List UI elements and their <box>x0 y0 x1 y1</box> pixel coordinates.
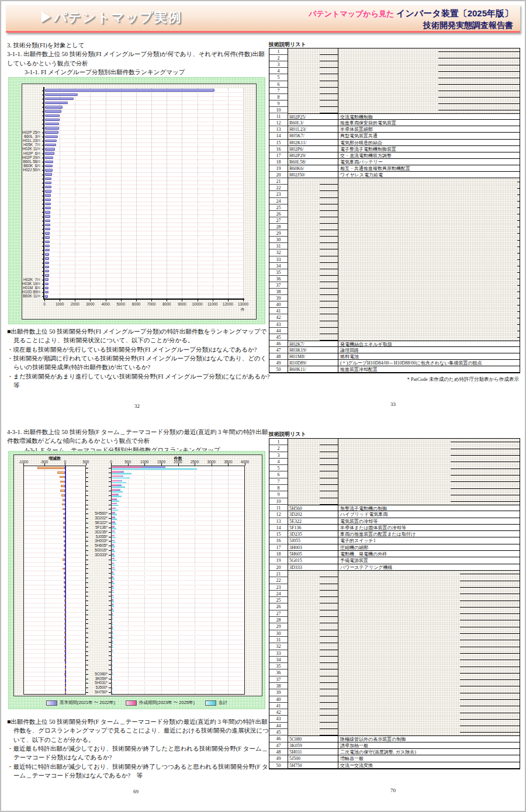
category-label: H05K 7/= <box>22 143 40 147</box>
description-cell <box>338 100 520 107</box>
legend-item: 基準期間(2021年 〜 2022年) <box>46 700 115 706</box>
gridline-row <box>24 672 85 672</box>
code-cell: 5J500 <box>288 755 338 762</box>
gridline-row <box>24 571 85 571</box>
gridline-row <box>24 585 85 585</box>
category-label: H10D 89/= <box>22 290 40 294</box>
gridline-row <box>24 608 85 608</box>
row-number: 35 <box>269 269 288 276</box>
code-cell <box>288 301 338 308</box>
row-number: 29 <box>269 230 288 237</box>
gridline-row <box>45 134 243 135</box>
row-number: 46 <box>269 341 288 347</box>
description-cell <box>338 584 520 591</box>
change-bar <box>60 490 65 492</box>
gridline-row <box>112 493 244 494</box>
y-axis-tick <box>109 596 111 596</box>
gridline-row <box>112 562 244 563</box>
y-axis-tick <box>109 587 111 588</box>
table-row: 20H02J50/ワイヤレス電力給電 <box>269 172 520 178</box>
x-axis-tick <box>90 300 91 301</box>
change-bar <box>64 631 65 634</box>
y-axis-tick <box>86 582 88 583</box>
table-row: 18B60L58/電気車両バッテリー <box>269 159 520 165</box>
gridline-row <box>24 507 85 508</box>
code-cell <box>288 459 338 465</box>
code-cell <box>288 256 338 263</box>
y-axis-tick <box>109 486 111 487</box>
total-bar <box>112 674 113 676</box>
y-axis-tick <box>109 491 111 491</box>
description-cell: (＊)グループH10D84/00～H10D88/00に包含されない集積装置の観点 <box>338 360 520 366</box>
gridline-row <box>112 662 244 663</box>
description-cell <box>338 676 520 683</box>
row-number: 15 <box>269 531 288 537</box>
total-bar <box>112 532 116 534</box>
change-bar <box>63 508 65 511</box>
code-cell <box>288 100 338 107</box>
table-row: 44 <box>269 328 520 334</box>
y-axis-tick <box>109 568 111 569</box>
gridline-row <box>112 507 244 508</box>
total-bar <box>112 628 113 630</box>
row-number: 48 <box>269 353 288 360</box>
bar <box>45 161 53 163</box>
gridline-row <box>45 197 243 198</box>
gridline-row <box>24 530 85 530</box>
category-label: H02P 29/= <box>22 155 40 159</box>
code-cell <box>288 439 338 445</box>
table-row: 123D202ハイブリッド電気車両 <box>269 511 520 518</box>
table-row: 12B60L3/推進車両保安目的電気装置 <box>269 120 520 126</box>
y-axis-tick <box>109 610 111 610</box>
total-bar <box>112 692 113 694</box>
row-number: 18 <box>269 551 288 557</box>
code-cell <box>288 269 338 276</box>
code-cell: H02P25/ <box>288 113 338 120</box>
gridline-row <box>24 649 85 650</box>
change-bar <box>63 536 65 538</box>
bar <box>45 228 50 230</box>
total-bar <box>112 550 115 552</box>
row-number: 24 <box>269 198 288 204</box>
description-cell: ハイブリッド電気車両 <box>338 511 520 518</box>
y-axis-tick <box>86 628 88 629</box>
y-axis-tick <box>109 532 111 533</box>
row-number: 41 <box>269 703 288 709</box>
table-row: 4 <box>269 459 520 465</box>
table-row: 3 <box>269 61 520 68</box>
gridline-row <box>24 535 85 535</box>
analysis-line: ・まだ技術開発があまり進行していない技術開発分野(FI メイングループ分類)にな… <box>7 372 270 390</box>
gridline-row <box>45 117 243 118</box>
code-cell <box>288 485 338 491</box>
table-row: 23 <box>269 191 520 197</box>
row-number: 12 <box>269 120 288 126</box>
y-axis-tick <box>86 587 88 588</box>
y-axis-tick <box>109 509 111 509</box>
y-axis-tick <box>86 481 88 482</box>
gridline-row <box>112 690 244 690</box>
description-cell: 予備電源装置 <box>338 557 520 564</box>
description-cell <box>338 716 520 722</box>
table-row: 195G015予備電源装置 <box>269 557 520 564</box>
change-bar <box>64 646 65 648</box>
code-cell <box>288 729 338 735</box>
change-bar <box>60 476 65 478</box>
gridline-row <box>24 520 85 521</box>
total-bar <box>112 495 122 497</box>
code-cell <box>288 289 338 295</box>
description-cell: 交・直流電動機双方調整 <box>338 152 520 159</box>
intro-line: 3. 技術分類(FI)を対象として <box>7 41 267 50</box>
y-axis-tick <box>109 546 111 546</box>
code-cell: H02P6/ <box>288 146 338 152</box>
table-row: 43 <box>269 716 520 722</box>
x-axis-tick <box>198 300 198 301</box>
table-row: 26 <box>269 603 520 610</box>
x-tick-label: 13000 <box>234 302 252 307</box>
gridline-row <box>112 539 244 539</box>
code-cell <box>288 465 338 471</box>
y-axis-tick <box>109 655 111 656</box>
code-cell <box>288 74 338 81</box>
y-axis-tick <box>109 505 111 505</box>
row-number: 19 <box>269 165 288 172</box>
bar <box>45 148 55 150</box>
